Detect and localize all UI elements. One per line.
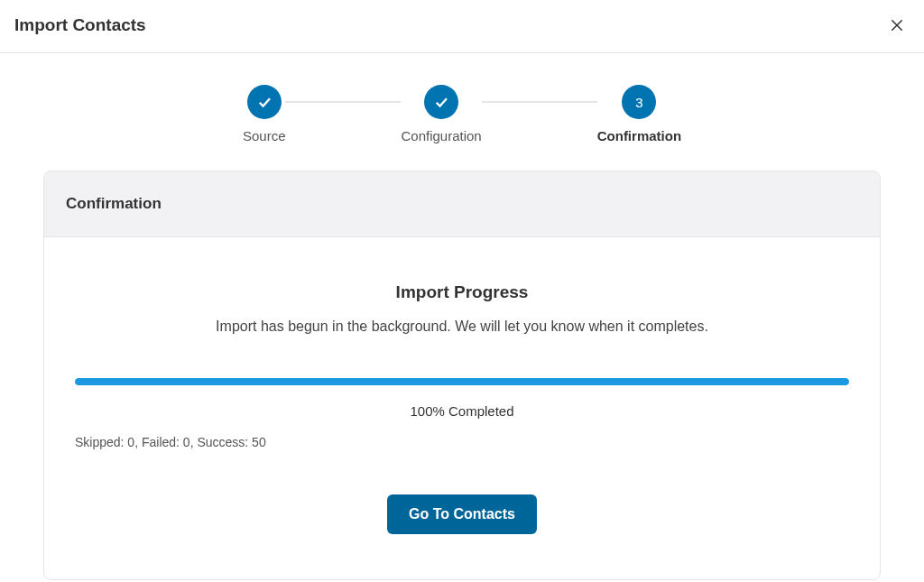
- step-circle-done: [247, 85, 282, 119]
- progress-percent-label: 100% Completed: [75, 403, 849, 419]
- progress-fill: [75, 378, 849, 385]
- progress-subtitle: Import has begun in the background. We w…: [75, 319, 849, 335]
- step-confirmation: 3 Confirmation: [597, 85, 681, 143]
- card-body: Import Progress Import has begun in the …: [44, 237, 880, 579]
- step-connector: [482, 101, 597, 103]
- step-label: Confirmation: [597, 128, 681, 143]
- step-connector: [285, 101, 401, 103]
- step-configuration: Configuration: [401, 85, 481, 143]
- go-to-contacts-button[interactable]: Go To Contacts: [387, 494, 537, 534]
- check-icon: [256, 94, 273, 110]
- progress-stats: Skipped: 0, Failed: 0, Success: 50: [75, 435, 849, 449]
- confirmation-card: Confirmation Import Progress Import has …: [43, 171, 881, 580]
- step-label: Source: [243, 128, 286, 143]
- step-label: Configuration: [401, 128, 481, 143]
- card-header: Confirmation: [44, 171, 880, 237]
- close-button[interactable]: [886, 14, 908, 36]
- step-circle-done: [424, 85, 458, 119]
- progress-title: Import Progress: [75, 282, 849, 302]
- modal-title: Import Contacts: [14, 15, 146, 35]
- close-icon: [889, 17, 905, 33]
- stepper: Source Configuration 3 Confirmation: [0, 85, 924, 143]
- progress-bar: [75, 378, 849, 385]
- modal-header: Import Contacts: [0, 0, 924, 53]
- check-icon: [433, 94, 449, 110]
- step-circle-active: 3: [622, 85, 656, 119]
- step-source: Source: [243, 85, 286, 143]
